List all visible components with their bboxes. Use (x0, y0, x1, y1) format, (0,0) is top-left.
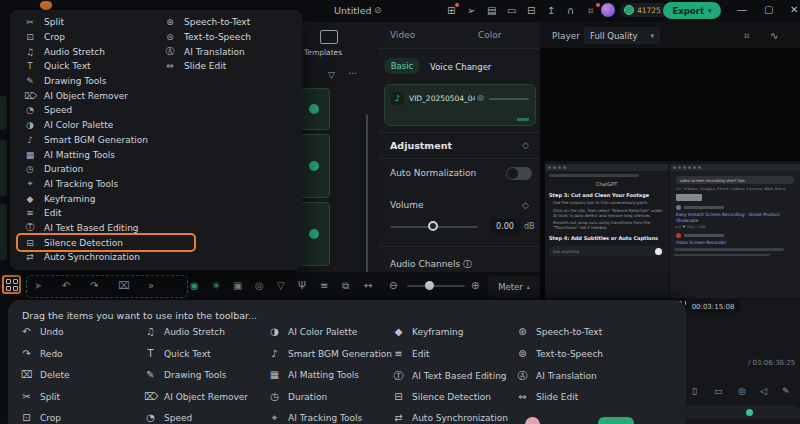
timecode-current[interactable]: 00:03:15:08 (686, 300, 740, 313)
templates-icon[interactable] (320, 30, 338, 44)
toolbar-item-split[interactable]: ✂Split (20, 391, 60, 402)
snapshot-icon[interactable]: ◎ (738, 386, 746, 396)
script-icon[interactable]: ▤ (487, 5, 496, 16)
volume-value[interactable]: 0.00 (490, 219, 520, 233)
clip-knob-icon[interactable]: ◎ (477, 93, 484, 102)
toolbar-item-silence-detection[interactable]: ⊟Silence Detection (392, 391, 491, 402)
toolbar-item-speech-to-text[interactable]: ⊛Speech-to-Text (516, 326, 602, 337)
scope-icon[interactable]: ∿ (770, 30, 778, 41)
monitor-icon[interactable]: ▭ (714, 386, 723, 396)
menu-item-silence-detection[interactable]: ⊟Silence Detection (18, 235, 194, 250)
minimize-icon[interactable]: — (737, 4, 747, 15)
toolbar-item-ai-color-palette[interactable]: ◑AI Color Palette (268, 326, 357, 337)
menu-item-ai-matting-tools[interactable]: ▦AI Matting Tools (18, 147, 194, 162)
info-icon[interactable]: ⓘ (463, 259, 472, 269)
subtitles-icon[interactable]: ≡ (320, 280, 328, 291)
credits-badge[interactable]: 41725 (620, 3, 668, 17)
menu-item-ai-translation[interactable]: ⒶAI Translation (158, 44, 296, 59)
media-thumbnail[interactable] (298, 88, 330, 130)
phone-icon[interactable]: ▯ (692, 386, 697, 396)
menu-item-edit[interactable]: ≡Edit (18, 206, 194, 221)
menu-item-ai-color-palette[interactable]: ◑AI Color Palette (18, 118, 194, 133)
keyframe-diamond-icon[interactable]: ◇ (522, 140, 529, 150)
mic-icon[interactable]: Ψ (298, 280, 306, 291)
grid-view-icon[interactable]: ⌗ (744, 30, 750, 42)
close-icon[interactable]: ✕ (790, 4, 798, 15)
subtab-voice-changer[interactable]: Voice Changer (430, 62, 491, 72)
menu-item-ai-text-based-editing[interactable]: ⓉAI Text Based Editing (18, 221, 194, 236)
toolbar-item-auto-synchronization[interactable]: ⇄Auto Synchronization (392, 412, 508, 423)
toolbar-item-undo[interactable]: ↶Undo (20, 326, 64, 337)
menu-item-duration[interactable]: ◷Duration (18, 162, 194, 177)
toolbar-item-crop[interactable]: ⊡Crop (20, 412, 61, 423)
export-button[interactable]: Export ▾ (663, 2, 721, 19)
menu-item-speed[interactable]: ◔Speed (18, 103, 194, 118)
quality-dropdown[interactable]: Full Quality ▾ (584, 27, 660, 44)
ai-copilot-icon[interactable]: ◉ (190, 280, 199, 291)
volume-slider-handle[interactable] (428, 221, 438, 231)
toolbar-item-speed[interactable]: ◔Speed (144, 412, 192, 423)
menu-item-drawing-tools[interactable]: ✎Drawing Tools (18, 74, 194, 89)
menu-item-slide-edit[interactable]: ⇔Slide Edit (158, 59, 296, 74)
share-icon[interactable]: ➢ (467, 5, 475, 16)
toolbar-item-ai-translation[interactable]: ⒶAI Translation (516, 369, 597, 383)
support-icon[interactable]: ∩ (567, 5, 574, 16)
menu-item-speech-to-text[interactable]: ⊛Speech-to-Text (158, 15, 296, 30)
shield-icon[interactable]: ▽ (277, 280, 285, 291)
gift-icon[interactable]: ⊞ (447, 5, 455, 16)
toolbar-item-smart-bgm-generation[interactable]: ♪Smart BGM Generation (268, 348, 392, 359)
auto-normalization-toggle[interactable] (506, 167, 532, 180)
toolbar-item-slide-edit[interactable]: ⇔Slide Edit (516, 391, 578, 402)
toolbar-item-ai-matting-tools[interactable]: ▦AI Matting Tools (268, 369, 359, 380)
more-icon[interactable]: ⋯ (348, 68, 357, 78)
toolbar-item-ai-tracking-tools[interactable]: ⌖AI Tracking Tools (268, 412, 362, 424)
toolbar-item-ai-object-remover[interactable]: ⌦AI Object Remover (144, 391, 248, 402)
toolbar-item-keyframing[interactable]: ◆Keyframing (392, 326, 463, 337)
clip-slider[interactable] (489, 98, 529, 100)
menu-item-smart-bgm-generation[interactable]: ♪Smart BGM Generation (18, 133, 194, 148)
scrollbar[interactable] (366, 114, 368, 274)
cloud-upload-icon[interactable]: ↥ (547, 5, 555, 16)
meter-dropdown[interactable]: Meter ▴ (488, 276, 540, 297)
record-icon[interactable]: ◎ (255, 280, 264, 291)
player-volume-strip[interactable] (680, 406, 800, 418)
menu-item-text-to-speech[interactable]: ⊜Text-to-Speech (158, 30, 296, 45)
sparkle-icon[interactable]: ✳ (212, 280, 220, 291)
layers-icon[interactable]: ⧉ (342, 280, 349, 292)
media-thumbnail[interactable] (298, 202, 330, 266)
menu-item-auto-synchronization[interactable]: ⇄Auto Synchronization (18, 250, 194, 265)
toolbar-item-text-to-speech[interactable]: ⊜Text-to-Speech (516, 348, 603, 359)
menu-item-ai-object-remover[interactable]: ⌦AI Object Remover (18, 88, 194, 103)
apps-grid-icon[interactable]: ⌗ (588, 5, 594, 17)
fit-icon[interactable]: ↔ (364, 280, 372, 291)
toolbar-drop-zone[interactable] (26, 275, 188, 298)
zoom-slider-track[interactable] (407, 285, 465, 287)
customize-toolbar-button[interactable] (2, 275, 21, 294)
toolbar-item-audio-stretch[interactable]: ♫Audio Stretch (144, 326, 225, 337)
toolbar-item-redo[interactable]: ↷Redo (20, 348, 63, 359)
chevrons-icon[interactable]: » (148, 280, 154, 291)
toolbar-item-duration[interactable]: ◷Duration (268, 391, 327, 402)
minus-circle-icon[interactable]: ⊖ (389, 280, 397, 291)
player-volume-dot[interactable] (746, 409, 753, 416)
cursor-icon[interactable]: ➤ (34, 280, 42, 291)
redo-icon[interactable]: ↷ (90, 280, 98, 291)
menu-item-keyframing[interactable]: ◆Keyframing (18, 191, 194, 206)
filter-icon[interactable]: ▽ (328, 70, 335, 80)
pen-icon[interactable]: ✎ (782, 386, 790, 396)
zoom-slider-handle[interactable] (425, 281, 434, 290)
toolbar-item-quick-text[interactable]: TQuick Text (144, 348, 211, 359)
undo-icon[interactable]: ↶ (62, 280, 70, 291)
display-icon[interactable]: ▭ (507, 5, 516, 16)
keyframe-diamond-icon[interactable]: ◇ (522, 200, 529, 210)
menu-item-ai-tracking-tools[interactable]: ⌖AI Tracking Tools (18, 177, 194, 192)
plus-circle-icon[interactable]: ⊕ (471, 280, 479, 291)
save-icon[interactable]: ⊟ (527, 5, 535, 16)
subtab-basic[interactable]: Basic (384, 58, 420, 74)
camera-icon[interactable]: ▣ (233, 280, 242, 291)
templates-label[interactable]: Templates (304, 48, 342, 57)
trash-icon[interactable]: ⌧ (118, 280, 130, 291)
speaker-icon[interactable]: ◁ (760, 386, 767, 396)
toolbar-item-drawing-tools[interactable]: ✎Drawing Tools (144, 369, 226, 380)
tab-color[interactable]: Color (478, 30, 502, 40)
